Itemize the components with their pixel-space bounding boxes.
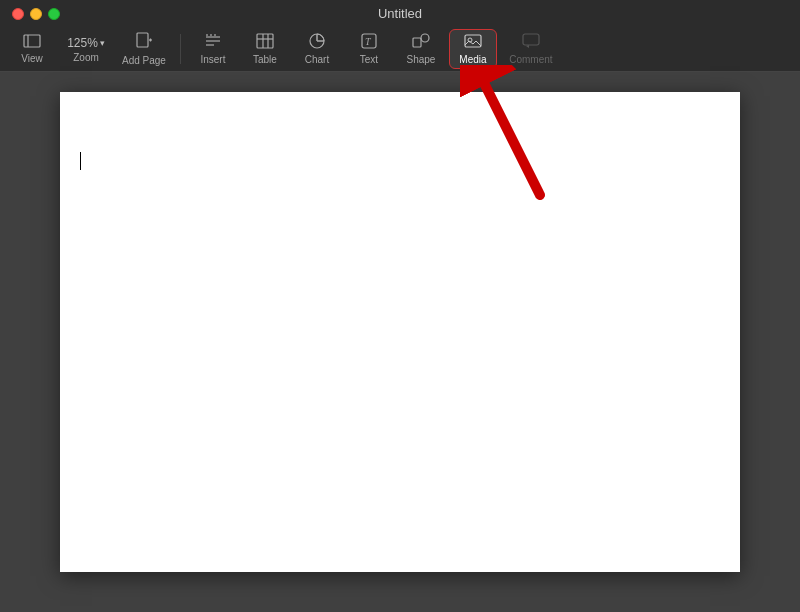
text-button[interactable]: T Text bbox=[345, 29, 393, 69]
chart-label: Chart bbox=[305, 54, 329, 65]
chart-button[interactable]: Chart bbox=[293, 29, 341, 69]
comment-button[interactable]: Comment bbox=[501, 29, 561, 69]
maximize-button[interactable] bbox=[48, 8, 60, 20]
svg-rect-11 bbox=[257, 34, 273, 48]
add-page-icon bbox=[136, 32, 152, 53]
add-page-label: Add Page bbox=[122, 55, 166, 66]
svg-text:T: T bbox=[365, 36, 372, 47]
zoom-value: 125% ▾ bbox=[67, 36, 105, 50]
title-bar: Untitled View 125% ▾ Zoom bbox=[0, 0, 800, 72]
minimize-button[interactable] bbox=[30, 8, 42, 20]
svg-rect-24 bbox=[523, 34, 539, 45]
text-icon: T bbox=[361, 33, 377, 52]
text-label: Text bbox=[360, 54, 378, 65]
svg-rect-2 bbox=[137, 33, 148, 47]
shape-label: Shape bbox=[406, 54, 435, 65]
table-button[interactable]: Table bbox=[241, 29, 289, 69]
insert-label: Insert bbox=[200, 54, 225, 65]
insert-icon bbox=[204, 33, 222, 52]
svg-rect-0 bbox=[24, 35, 40, 47]
zoom-label: Zoom bbox=[73, 52, 99, 63]
svg-rect-20 bbox=[413, 38, 421, 47]
main-content bbox=[0, 72, 800, 612]
text-cursor bbox=[80, 152, 81, 170]
shape-icon bbox=[412, 33, 430, 52]
media-icon bbox=[464, 33, 482, 52]
view-button[interactable]: View bbox=[8, 29, 56, 69]
svg-point-21 bbox=[421, 34, 429, 42]
comment-label: Comment bbox=[509, 54, 552, 65]
add-page-button[interactable]: Add Page bbox=[116, 29, 172, 69]
svg-rect-22 bbox=[465, 35, 481, 47]
media-button[interactable]: Media bbox=[449, 29, 497, 69]
chart-icon bbox=[308, 33, 326, 52]
toolbar: View 125% ▾ Zoom Add Page bbox=[0, 28, 800, 71]
close-button[interactable] bbox=[12, 8, 24, 20]
view-label: View bbox=[21, 53, 43, 64]
media-label: Media bbox=[459, 54, 486, 65]
annotation-arrow bbox=[460, 65, 590, 205]
view-icon bbox=[23, 34, 41, 51]
zoom-control[interactable]: 125% ▾ Zoom bbox=[60, 29, 112, 69]
document-page[interactable] bbox=[60, 92, 740, 572]
comment-icon bbox=[522, 33, 540, 52]
insert-button[interactable]: Insert bbox=[189, 29, 237, 69]
table-label: Table bbox=[253, 54, 277, 65]
svg-line-26 bbox=[485, 85, 540, 195]
toolbar-separator-1 bbox=[180, 34, 181, 64]
window-title: Untitled bbox=[378, 6, 422, 21]
shape-button[interactable]: Shape bbox=[397, 29, 445, 69]
table-icon bbox=[256, 33, 274, 52]
traffic-lights[interactable] bbox=[12, 8, 60, 20]
title-bar-top: Untitled bbox=[0, 0, 800, 28]
